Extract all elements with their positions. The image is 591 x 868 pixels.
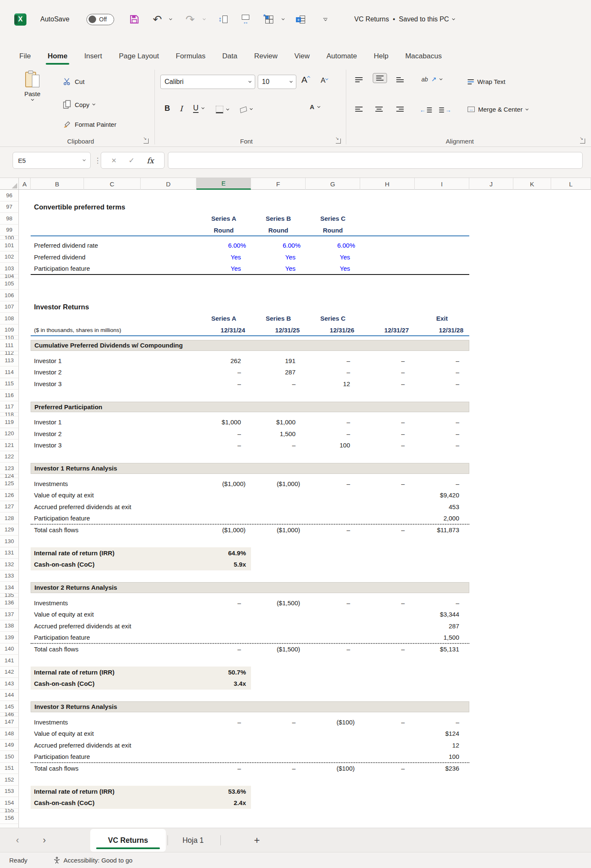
cell-I126[interactable]: $9,420: [415, 489, 469, 501]
cell-I129[interactable]: $11,873: [415, 524, 469, 536]
row-header-135[interactable]: 135: [0, 593, 19, 597]
row-header-122[interactable]: 122: [0, 451, 19, 463]
cell-B101[interactable]: Preferred dividend rate: [31, 240, 84, 251]
document-title[interactable]: VC Returns • Saved to this PC: [354, 10, 455, 29]
cell-B142[interactable]: Internal rate of return (IRR): [31, 667, 84, 678]
cell-E132[interactable]: 5.9x: [196, 559, 251, 570]
row-header-99[interactable]: 99: [0, 225, 19, 236]
new-sheet-button[interactable]: +: [254, 828, 260, 852]
column-width-icon[interactable]: ↔: [242, 10, 249, 29]
row-header-134[interactable]: 134: [0, 582, 19, 593]
cell-H120[interactable]: –: [360, 428, 415, 440]
tab-formulas[interactable]: Formulas: [167, 47, 214, 65]
underline-button[interactable]: U: [193, 104, 204, 113]
cell-B128[interactable]: Participation feature: [31, 512, 84, 524]
cell-I125[interactable]: –: [415, 478, 469, 490]
row-header-152[interactable]: 152: [0, 774, 19, 786]
row-header-120[interactable]: 120: [0, 428, 19, 440]
cell-G115[interactable]: 12: [306, 378, 360, 390]
cell-H113[interactable]: –: [360, 355, 415, 367]
cell-B121[interactable]: Investor 3: [31, 439, 84, 451]
grow-font-button[interactable]: A: [301, 75, 310, 85]
cell-B139[interactable]: Participation feature: [31, 632, 84, 643]
row-header-116[interactable]: 116: [0, 390, 19, 401]
row-header-137[interactable]: 137: [0, 609, 19, 620]
spreadsheet-grid[interactable]: 96Convertible preferred terms97Series AS…: [0, 190, 591, 828]
row-header-125[interactable]: 125: [0, 478, 19, 490]
cell-E154[interactable]: 2.4x: [196, 797, 251, 809]
cell-I138[interactable]: 287: [415, 620, 469, 632]
shrink-font-button[interactable]: A: [321, 76, 328, 85]
cell-G140[interactable]: –: [306, 643, 360, 655]
cell-H147[interactable]: –: [360, 716, 415, 728]
qat-overflow-icon[interactable]: [323, 10, 327, 29]
cell-E103[interactable]: Yes: [196, 263, 251, 275]
cell-F120[interactable]: 1,500: [251, 428, 306, 440]
row-header-118[interactable]: 118: [0, 413, 19, 416]
cell-G113[interactable]: –: [306, 355, 360, 367]
bold-button[interactable]: B: [165, 104, 170, 113]
cell-I109[interactable]: 12/31/28: [415, 324, 469, 336]
cut-button[interactable]: Cut: [63, 77, 84, 86]
cell-E115[interactable]: –: [196, 378, 251, 390]
cell-F151[interactable]: –: [251, 763, 306, 774]
cell-F115[interactable]: –: [251, 378, 306, 390]
column-header-E[interactable]: E: [196, 178, 251, 190]
row-header-114[interactable]: 114: [0, 366, 19, 378]
tab-view[interactable]: View: [286, 47, 318, 65]
cell-B107[interactable]: Investor Returns: [31, 301, 84, 313]
column-header-H[interactable]: H: [360, 178, 415, 190]
cell-B109[interactable]: ($ in thousands, shares in millions): [31, 324, 84, 336]
cell-F129[interactable]: ($1,000): [251, 524, 306, 536]
cell-G151[interactable]: ($100): [306, 763, 360, 774]
cell-G114[interactable]: –: [306, 366, 360, 378]
tab-file[interactable]: File: [11, 47, 39, 65]
accessibility-status[interactable]: Accessibility: Good to go: [53, 857, 132, 864]
row-header-155[interactable]: 155: [0, 809, 19, 813]
cell-G119[interactable]: –: [306, 416, 360, 428]
formula-bar-grip-icon[interactable]: ⋮: [94, 156, 101, 165]
cell-H109[interactable]: 12/31/27: [360, 324, 415, 336]
wrap-text-button[interactable]: Wrap Text: [468, 78, 505, 85]
row-header-138[interactable]: 138: [0, 620, 19, 632]
row-header-145[interactable]: 145: [0, 701, 19, 713]
row-header-108[interactable]: 108: [0, 313, 19, 324]
row-header-117[interactable]: 117: [0, 401, 19, 413]
row-header-102[interactable]: 102: [0, 251, 19, 263]
cell-E140[interactable]: –: [196, 643, 251, 655]
cell-F99[interactable]: Round: [251, 225, 306, 236]
borders-button[interactable]: [216, 106, 229, 113]
cell-F125[interactable]: ($1,000): [251, 478, 306, 490]
cell-I115[interactable]: –: [415, 378, 469, 390]
row-header-142[interactable]: 142: [0, 667, 19, 678]
cell-B153[interactable]: Internal rate of return (IRR): [31, 786, 84, 797]
previous-sheet-icon[interactable]: ‹: [16, 828, 19, 852]
cell-G98[interactable]: Series C: [306, 213, 360, 225]
cell-F103[interactable]: Yes: [251, 263, 306, 275]
fill-color-button[interactable]: [240, 106, 252, 112]
insert-function-icon[interactable]: fx: [147, 156, 154, 165]
row-header-126[interactable]: 126: [0, 489, 19, 501]
row-header-119[interactable]: 119: [0, 416, 19, 428]
cell-F147[interactable]: –: [251, 716, 306, 728]
row-header-150[interactable]: 150: [0, 751, 19, 763]
cell-B143[interactable]: Cash-on-cash (CoC): [31, 678, 84, 690]
cell-I128[interactable]: 2,000: [415, 512, 469, 524]
tab-automate[interactable]: Automate: [318, 47, 366, 65]
cell-G147[interactable]: ($100): [306, 716, 360, 728]
row-header-127[interactable]: 127: [0, 501, 19, 513]
row-header-129[interactable]: 129: [0, 524, 19, 536]
cell-H136[interactable]: –: [360, 597, 415, 609]
select-all-button[interactable]: [0, 178, 19, 190]
cell-B119[interactable]: Investor 1: [31, 416, 84, 428]
row-header-128[interactable]: 128: [0, 512, 19, 524]
row-header-110[interactable]: 110: [0, 336, 19, 340]
row-header-106[interactable]: 106: [0, 290, 19, 301]
row-header-143[interactable]: 143: [0, 678, 19, 690]
tab-review[interactable]: Review: [246, 47, 286, 65]
row-header-103[interactable]: 103: [0, 263, 19, 275]
row-height-icon[interactable]: ↕: [218, 10, 228, 29]
cell-F114[interactable]: 287: [251, 366, 306, 378]
undo-chevron-icon[interactable]: [170, 10, 172, 29]
cell-G102[interactable]: Yes: [306, 251, 360, 263]
